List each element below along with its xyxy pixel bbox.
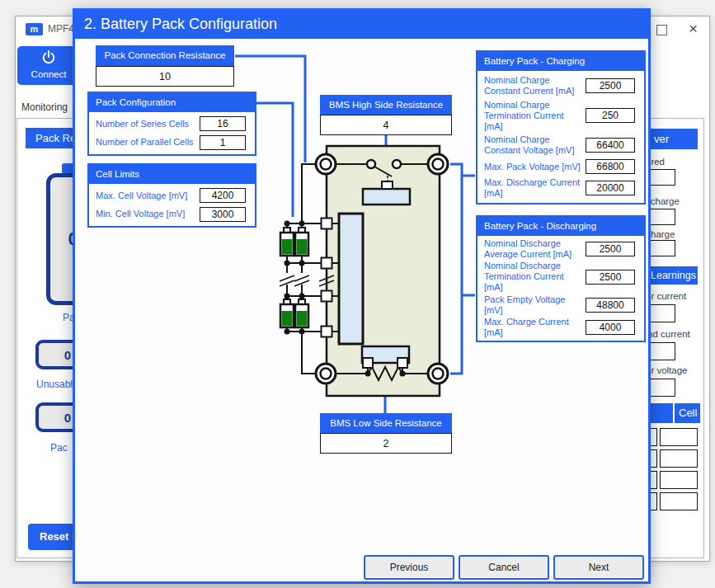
maximize-button[interactable] <box>656 25 667 35</box>
charge-termination-current-input[interactable]: 250 <box>586 108 635 123</box>
discharging-panel: Battery Pack - Discharging Nominal Disch… <box>476 215 646 342</box>
discharge-average-current-label: Nominal Discharge Average Current [mA] <box>484 238 585 260</box>
discharge-termination-current-input[interactable]: 2500 <box>586 270 635 285</box>
parallel-cells-input[interactable]: 1 <box>200 135 246 150</box>
max-cell-voltage-input[interactable]: 4200 <box>200 188 246 203</box>
field-row: Min. Cell Voltage [mV] 3000 <box>89 207 255 222</box>
unusable-label: Unusabl <box>36 379 73 390</box>
max-discharge-current-input[interactable]: 20000 <box>586 181 635 195</box>
max-cell-voltage-label: Max. Cell Voltage [mV] <box>96 191 200 201</box>
field-row: Nominal Charge Constant Current [mA] 250… <box>477 75 644 96</box>
cell-id-header-divider <box>673 403 675 423</box>
next-button[interactable]: Next <box>553 555 644 580</box>
discharge-average-current-input[interactable]: 2500 <box>586 242 635 256</box>
cell-row-3-id[interactable] <box>660 471 698 489</box>
bms-low-side-label: BMS Low Side Resistance [mΩ] <box>320 413 452 433</box>
pack-gauge-2-value: 0 <box>64 411 71 425</box>
close-icon[interactable]: × <box>689 20 698 38</box>
cell-row-2-id[interactable] <box>660 449 698 468</box>
field-row: Max. Discharge Current [mA] 20000 <box>477 177 644 199</box>
max-pack-voltage-label: Max. Pack Voltage [mV] <box>484 162 585 172</box>
connect-button[interactable]: Connect <box>17 46 80 85</box>
series-cells-label: Number of Series Cells <box>96 119 200 129</box>
series-cells-input[interactable]: 16 <box>200 116 246 131</box>
discharging-panel-title: Battery Pack - Discharging <box>477 217 644 236</box>
min-cell-voltage-input[interactable]: 3000 <box>200 207 246 222</box>
field-row: Nominal Discharge Average Current [mA] 2… <box>477 238 644 260</box>
pack-empty-voltage-label: Pack Empty Voltage [mV] <box>484 294 585 316</box>
field-row: Nominal Discharge Termination Current [m… <box>477 261 644 293</box>
max-charge-current-label: Max. Charge Current [mA] <box>484 317 585 338</box>
field-row: Max. Charge Current [mA] 4000 <box>477 317 644 338</box>
cell-limits-title: Cell Limits <box>89 165 255 184</box>
max-pack-voltage-input[interactable]: 66800 <box>586 159 635 174</box>
discharge-termination-current-label: Nominal Discharge Termination Current [m… <box>484 261 585 293</box>
min-cell-voltage-label: Min. Cell Voltage [mV] <box>96 209 200 219</box>
pack-empty-voltage-input[interactable]: 48800 <box>586 298 635 313</box>
pack-label-2: Pac <box>50 442 68 454</box>
battery-pack-configuration-dialog: 2. Battery Pack Configuration <box>73 8 651 584</box>
charging-panel: Battery Pack - Charging Nominal Charge C… <box>476 50 646 205</box>
bms-high-side-group: BMS High Side Resistance [mΩ] 4 <box>320 95 452 135</box>
max-discharge-current-label: Max. Discharge Current [mA] <box>484 177 585 199</box>
parallel-cells-label: Number of Parallel Cells <box>96 137 200 148</box>
field-row: Nominal Charge Constant Voltage [mV] 664… <box>477 134 644 156</box>
charge-termination-current-label: Nominal Charge Termination Current [mA] <box>484 100 585 132</box>
pack-configuration-title: Pack Configuration <box>89 93 255 112</box>
bms-low-side-group: BMS Low Side Resistance [mΩ] 2 <box>320 413 452 454</box>
charge-constant-current-input[interactable]: 2500 <box>586 78 635 93</box>
charge-label: harge <box>651 229 675 239</box>
charge-constant-voltage-input[interactable]: 66400 <box>586 138 635 153</box>
dialog-title: 2. Battery Pack Configuration <box>75 11 648 39</box>
connect-button-label: Connect <box>17 69 80 79</box>
field-row: Number of Parallel Cells 1 <box>89 135 255 150</box>
field-row: Nominal Charge Termination Current [mA] … <box>477 100 644 132</box>
field-row: Max. Cell Voltage [mV] 4200 <box>89 188 255 203</box>
mps-logo: m <box>26 23 43 35</box>
charge-constant-voltage-label: Nominal Charge Constant Voltage [mV] <box>484 134 585 156</box>
pack-configuration-panel: Pack Configuration Number of Series Cell… <box>87 92 256 156</box>
tab-monitoring[interactable]: Monitoring <box>21 101 68 113</box>
field-row: Number of Series Cells 16 <box>89 116 255 131</box>
current-label-1: er current <box>646 291 686 301</box>
pack-connection-resistance-label: Pack Connection Resistance [mΩ] <box>96 45 234 66</box>
screen: m MPF4279 × Connect Monitoring Pack Re 0… <box>0 0 715 588</box>
field-row: Pack Empty Voltage [mV] 48800 <box>477 294 644 316</box>
cell-row-4-id[interactable] <box>660 492 698 510</box>
cancel-button[interactable]: Cancel <box>459 555 549 580</box>
cell-limits-panel: Cell Limits Max. Cell Voltage [mV] 4200 … <box>87 163 256 228</box>
max-charge-current-input[interactable]: 4000 <box>586 320 635 335</box>
charge-constant-current-label: Nominal Charge Constant Current [mA] <box>484 75 585 96</box>
pack-connection-resistance-group: Pack Connection Resistance [mΩ] 10 <box>96 45 234 87</box>
discharge-label: scharge <box>646 196 680 206</box>
field-row: Max. Pack Voltage [mV] 66800 <box>477 159 644 174</box>
unusable-gauge-value: 0 <box>64 348 71 362</box>
current-label-2: nd current <box>647 329 690 339</box>
previous-button[interactable]: Previous <box>364 555 454 580</box>
power-icon <box>41 50 56 65</box>
voltage-label: er voltage <box>646 365 688 375</box>
charging-panel-title: Battery Pack - Charging <box>477 52 644 71</box>
cell-row-1-id[interactable] <box>660 428 698 446</box>
bms-high-side-label: BMS High Side Resistance [mΩ] <box>320 95 452 115</box>
